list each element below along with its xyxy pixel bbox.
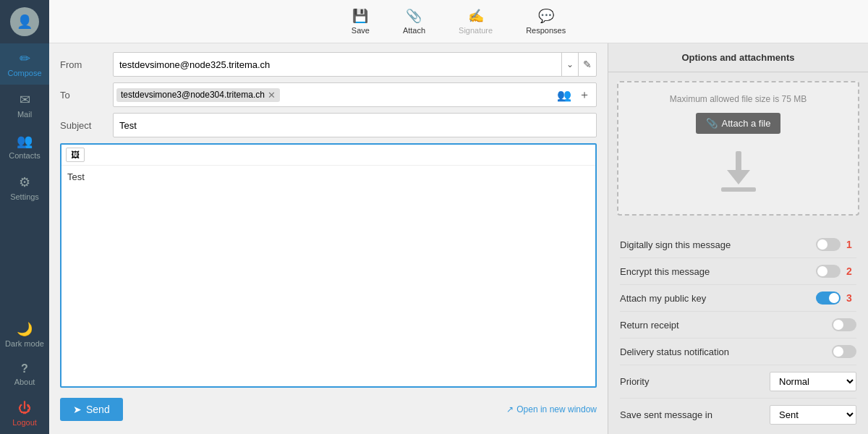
main-area: 💾 Save 📎 Attach ✍ Signature 💬 Responses … [49, 0, 868, 434]
delivery-status-toggle[interactable] [832, 345, 856, 358]
contacts-icon: 👥 [17, 133, 33, 149]
download-icon [715, 148, 762, 203]
sidebar-logo: 👤 [0, 0, 49, 43]
to-recipient-tag: testdevsimone3@node304.tritema.ch ✕ [116, 88, 280, 102]
responses-icon: 💬 [538, 8, 554, 24]
digitally-sign-right: 1 [816, 238, 856, 251]
encrypt-label: Encrypt this message [620, 266, 710, 277]
to-label: To [60, 90, 107, 101]
from-edit-button[interactable]: ✎ [578, 53, 596, 76]
editor-toolbar: 🖼 [61, 145, 595, 166]
attach-file-button[interactable]: 📎 Attach a file [696, 113, 781, 134]
attach-key-toggle[interactable] [816, 292, 841, 305]
to-row: To testdevsimone3@node304.tritema.ch ✕ 👥… [60, 82, 597, 107]
responses-button[interactable]: 💬 Responses [520, 4, 571, 38]
open-new-icon: ↗ [506, 404, 514, 414]
signature-icon: ✍ [468, 8, 484, 24]
sidebar-darkmode-label: Dark mode [5, 339, 44, 348]
attach-key-right: 3 [816, 292, 856, 305]
digitally-sign-badge: 1 [846, 239, 856, 250]
send-label: Send [86, 404, 110, 415]
priority-label: Priority [620, 376, 649, 387]
from-input-wrap: ⌄ ✎ [113, 52, 597, 77]
editor-content[interactable]: Test [61, 166, 595, 386]
sidebar: 👤 ✏ Compose ✉ Mail 👥 Contacts ⚙ Settings… [0, 0, 49, 434]
options-section: Digitally sign this message 1 Encrypt th… [608, 224, 868, 434]
subject-label: Subject [60, 120, 107, 131]
from-row: From ⌄ ✎ [60, 52, 597, 77]
signature-button[interactable]: ✍ Signature [453, 4, 498, 38]
compose-footer: ➤ Send ↗ Open in new window [60, 393, 597, 425]
sidebar-item-contacts[interactable]: 👥 Contacts [0, 126, 49, 167]
return-receipt-row: Return receipt [620, 312, 856, 339]
priority-row: Priority Normal High Low [620, 365, 856, 399]
subject-input[interactable] [113, 113, 597, 137]
image-toolbar-button[interactable]: 🖼 [66, 148, 85, 162]
encrypt-toggle[interactable] [816, 265, 841, 278]
sidebar-item-settings-label: Settings [10, 192, 39, 201]
sidebar-about-label: About [14, 378, 35, 386]
save-button[interactable]: 💾 Save [346, 4, 375, 38]
logout-icon: ⏻ [18, 401, 31, 416]
sidebar-item-logout[interactable]: ⏻ Logout [0, 393, 49, 434]
user-avatar: 👤 [10, 7, 39, 36]
sidebar-item-compose[interactable]: ✏ Compose [0, 43, 49, 85]
sidebar-item-mail-label: Mail [17, 110, 32, 119]
attach-key-label: Attach my public key [620, 293, 706, 304]
svg-marker-1 [727, 170, 750, 184]
right-panel: Options and attachments Maximum allowed … [608, 43, 868, 434]
to-remove-button[interactable]: ✕ [268, 90, 276, 101]
digitally-sign-label: Digitally sign this message [620, 239, 731, 250]
return-receipt-right [832, 318, 856, 331]
send-arrow-icon: ➤ [73, 404, 82, 415]
content-area: From ⌄ ✎ To testdevsimone3@node304.trite… [49, 43, 868, 434]
svg-rect-0 [736, 151, 741, 173]
digitally-sign-toggle[interactable] [816, 238, 841, 251]
save-sent-row: Save sent message in Sent Drafts Trash [620, 399, 856, 431]
darkmode-icon: 🌙 [17, 321, 33, 337]
toolbar: 💾 Save 📎 Attach ✍ Signature 💬 Responses [49, 0, 868, 43]
subject-row: Subject [60, 113, 597, 137]
save-label: Save [352, 26, 370, 35]
settings-icon: ⚙ [19, 174, 30, 190]
open-new-window-button[interactable]: ↗ Open in new window [506, 404, 597, 414]
paperclip-icon: 📎 [706, 118, 718, 129]
attach-zone: Maximum allowed file size is 75 MB 📎 Att… [617, 81, 859, 216]
sidebar-item-about[interactable]: ? About [0, 355, 49, 393]
return-receipt-toggle[interactable] [832, 318, 856, 331]
mail-icon: ✉ [20, 92, 30, 108]
from-label: From [60, 59, 107, 70]
send-button[interactable]: ➤ Send [60, 398, 123, 421]
delivery-status-label: Delivery status notification [620, 346, 729, 357]
attach-key-row: Attach my public key 3 [620, 285, 856, 312]
attach-button[interactable]: 📎 Attach [397, 4, 431, 38]
from-input[interactable] [114, 59, 561, 70]
svg-rect-2 [721, 187, 756, 192]
sidebar-item-compose-label: Compose [7, 69, 41, 77]
open-new-label: Open in new window [516, 404, 597, 414]
max-file-size-text: Maximum allowed file size is 75 MB [670, 94, 807, 104]
to-contacts-button[interactable]: 👥 [554, 86, 574, 104]
sidebar-item-settings[interactable]: ⚙ Settings [0, 167, 49, 208]
to-add-button[interactable]: ＋ [576, 86, 593, 104]
attach-label: Attach [403, 26, 425, 35]
save-icon: 💾 [352, 8, 368, 24]
right-panel-header: Options and attachments [608, 43, 868, 72]
sidebar-item-darkmode[interactable]: 🌙 Dark mode [0, 314, 49, 355]
priority-select[interactable]: Normal High Low [770, 372, 856, 391]
responses-label: Responses [526, 26, 566, 35]
digitally-sign-row: Digitally sign this message 1 [620, 231, 856, 258]
sidebar-item-mail[interactable]: ✉ Mail [0, 85, 49, 126]
sidebar-logout-label: Logout [12, 418, 37, 427]
save-sent-label: Save sent message in [620, 409, 712, 420]
compose-icon: ✏ [20, 51, 30, 67]
attach-icon: 📎 [406, 8, 422, 24]
encrypt-row: Encrypt this message 2 [620, 258, 856, 285]
to-action-icons: 👥 ＋ [554, 86, 593, 104]
to-input-wrap[interactable]: testdevsimone3@node304.tritema.ch ✕ 👥 ＋ [113, 82, 597, 107]
signature-label: Signature [459, 26, 493, 35]
return-receipt-label: Return receipt [620, 320, 679, 331]
from-arrow-button[interactable]: ⌄ [561, 53, 578, 76]
editor-area: 🖼 Test [60, 143, 597, 388]
save-sent-select[interactable]: Sent Drafts Trash [770, 405, 856, 425]
